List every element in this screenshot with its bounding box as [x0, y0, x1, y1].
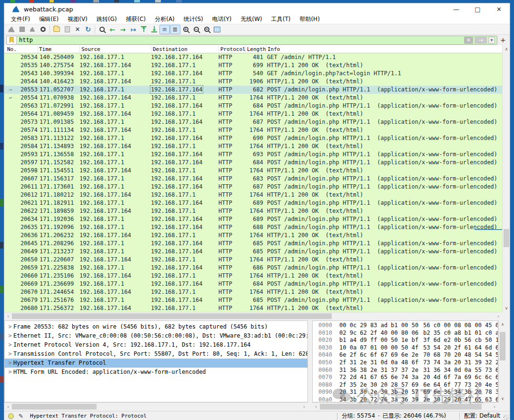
- goto-packet-icon[interactable]: ↦: [128, 25, 138, 34]
- packet-row[interactable]: 20680 171.256372 192.168.177.164 192.168…: [4, 304, 502, 312]
- detail-line[interactable]: > Hypertext Transfer Protocol: [5, 359, 307, 368]
- zoom-in-icon[interactable]: +: [180, 25, 191, 34]
- packet-row[interactable]: 20621 171.182911 192.168.177.1 192.168.1…: [4, 199, 502, 207]
- hex-hscrollbar[interactable]: ‹ ›: [312, 402, 498, 410]
- reload-file-icon[interactable]: ↻: [83, 25, 93, 34]
- packet-row[interactable]: 20649 171.213237 192.168.177.1 192.168.1…: [4, 248, 502, 256]
- packet-row[interactable]: 20584 171.134893 192.168.177.164 192.168…: [4, 142, 502, 150]
- menu-item[interactable]: 分析(A): [155, 15, 175, 23]
- expand-chevron-icon[interactable]: >: [7, 359, 13, 368]
- scrollbar-thumb[interactable]: [500, 332, 505, 360]
- details-hscrollbar[interactable]: ‹ ›: [4, 402, 308, 410]
- menu-item[interactable]: 编辑(E): [39, 15, 59, 23]
- detail-line[interactable]: > Internet Protocol Version 4, Src: 192.…: [5, 340, 307, 350]
- packet-row[interactable]: → 20553 171.052707 192.168.177.1 192.168…: [4, 86, 502, 94]
- hex-row[interactable]: 0080 2f 35 2e 30 20 28 57 69 6e 64 6f 77…: [313, 381, 498, 389]
- packet-row[interactable]: 20634 171.192036 192.168.177.1 192.168.1…: [4, 215, 502, 223]
- hex-row[interactable]: 0060 31 36 38 2e 31 37 37 2e 31 36 34 0d…: [313, 367, 498, 374]
- previous-packet-icon[interactable]: ←: [107, 25, 118, 34]
- hex-row[interactable]: 0000 00 0c 29 83 ad b1 00 50 56 c0 00 08…: [313, 322, 498, 330]
- packet-row[interactable]: 20573 171.091385 192.168.177.1 192.168.1…: [4, 118, 502, 126]
- expand-chevron-icon[interactable]: >: [7, 350, 13, 359]
- column-header-info[interactable]: Info: [267, 46, 280, 52]
- menu-item[interactable]: 文件(F): [11, 15, 30, 23]
- scrollbar-thumb[interactable]: [12, 404, 97, 410]
- open-file-icon[interactable]: [51, 25, 62, 34]
- hex-row[interactable]: 0010 02 9c 62 2f 40 00 80 06 b2 35 c0 a8…: [313, 330, 498, 337]
- packet-row[interactable]: 20611 171.173601 192.168.177.1 192.168.1…: [4, 183, 502, 191]
- display-filter-input[interactable]: http ✕ → ▾: [6, 36, 497, 45]
- packet-row[interactable]: 20564 171.089459 192.168.177.164 192.168…: [4, 110, 502, 118]
- expand-chevron-icon[interactable]: >: [7, 322, 13, 331]
- menu-item[interactable]: 无线(W): [240, 15, 262, 23]
- packet-row[interactable]: 20645 171.208296 192.168.177.1 192.168.1…: [4, 240, 502, 248]
- filter-add-button[interactable]: +: [500, 36, 506, 44]
- menu-item[interactable]: 跳转(G): [97, 15, 117, 23]
- minimize-button[interactable]: —: [445, 3, 467, 15]
- column-header-time[interactable]: Time: [39, 46, 52, 52]
- hex-row[interactable]: 00a0 34 3b 20 72 76 3a 36 39 2e 30 29 20…: [313, 396, 498, 402]
- hex-row[interactable]: 0050 2f 31 2e 31 0d 0a 48 6f 73 74 3a 20…: [313, 359, 498, 367]
- scrollbar-thumb[interactable]: [12, 313, 332, 319]
- find-packet-icon[interactable]: [97, 25, 107, 34]
- packet-row[interactable]: 20670 171.244654 192.168.177.164 192.168…: [4, 288, 502, 296]
- menu-item[interactable]: 捕获(C): [126, 15, 146, 23]
- packet-list-hscrollbar[interactable]: ‹ ›: [4, 312, 502, 320]
- column-header-no[interactable]: No.: [7, 46, 17, 52]
- filter-apply-icon[interactable]: →: [474, 37, 487, 44]
- packet-row[interactable]: 20544 140.416423 192.168.177.164 192.168…: [4, 78, 502, 86]
- menu-item[interactable]: 电话(Y): [212, 15, 232, 23]
- zoom-out-icon[interactable]: −: [191, 25, 201, 34]
- scrollbar-thumb[interactable]: [320, 404, 482, 410]
- expand-chevron-icon[interactable]: >: [7, 368, 13, 377]
- packet-row[interactable]: 20574 171.111134 192.168.177.164 192.168…: [4, 126, 502, 134]
- detail-line[interactable]: > Ethernet II, Src: VMware_c0:00:08 (00:…: [5, 331, 307, 340]
- status-profile[interactable]: 配置: Default: [464, 412, 500, 420]
- packet-row[interactable]: 20598 171.154551 192.168.177.164 192.168…: [4, 167, 502, 175]
- packet-row[interactable]: ↩ 20554 171.070938 192.168.177.164 192.1…: [4, 94, 502, 102]
- restart-capture-icon[interactable]: [27, 25, 38, 34]
- hex-vscrollbar[interactable]: ∧ ∨: [498, 320, 506, 402]
- hex-row[interactable]: 0090 20 31 30 2e 30 3b 20 57 69 6e 36 34…: [313, 389, 498, 396]
- packet-row[interactable]: 20669 171.236699 192.168.177.1 192.168.1…: [4, 280, 502, 288]
- zoom-reset-icon[interactable]: =: [201, 25, 212, 34]
- expand-chevron-icon[interactable]: >: [7, 340, 13, 350]
- packet-row[interactable]: 20534 140.250409 192.168.177.1 192.168.1…: [4, 53, 502, 61]
- close-button[interactable]: ✕: [488, 3, 510, 15]
- menu-item[interactable]: 工具(T): [271, 15, 291, 23]
- packet-row[interactable]: 20636 171.206232 192.168.177.164 192.168…: [4, 231, 502, 240]
- edit-comment-icon[interactable]: ✎: [19, 413, 23, 420]
- start-capture-icon[interactable]: [6, 25, 17, 34]
- menu-item[interactable]: 视图(V): [68, 15, 88, 23]
- packet-row[interactable]: 20679 171.251676 192.168.177.1 192.168.1…: [4, 296, 502, 304]
- stop-capture-icon[interactable]: [17, 25, 27, 34]
- last-packet-icon[interactable]: ↓: [149, 25, 159, 34]
- detail-line[interactable]: > Transmission Control Protocol, Src Por…: [5, 350, 307, 359]
- packet-row[interactable]: 20660 171.235106 192.168.177.164 192.168…: [4, 272, 502, 280]
- detail-line[interactable]: > Frame 20553: 682 bytes on wire (5456 b…: [5, 322, 307, 331]
- first-packet-icon[interactable]: ↑: [138, 25, 149, 34]
- colorize-icon[interactable]: ≣: [170, 25, 180, 34]
- resize-grip[interactable]: [503, 415, 509, 420]
- expand-chevron-icon[interactable]: >: [7, 331, 13, 340]
- next-packet-icon[interactable]: →: [118, 25, 128, 34]
- packet-row[interactable]: 20583 171.113122 192.168.177.1 192.168.1…: [4, 134, 502, 142]
- save-file-icon[interactable]: [62, 25, 72, 34]
- column-header-source[interactable]: Source: [81, 46, 100, 52]
- menu-item[interactable]: 统计(S): [184, 15, 203, 23]
- packet-row[interactable]: 20593 171.136558 192.168.177.1 192.168.1…: [4, 150, 502, 159]
- resize-columns-icon[interactable]: [212, 25, 222, 34]
- packet-row[interactable]: 20563 171.072991 192.168.177.1 192.168.1…: [4, 102, 502, 110]
- hex-row[interactable]: 0070 72 2d 41 67 65 6e 74 3a 20 4d 6f 7a…: [313, 374, 498, 381]
- detail-line[interactable]: > HTML Form URL Encoded: application/x-w…: [5, 368, 307, 377]
- column-header-length[interactable]: Length: [247, 46, 266, 52]
- filter-dropdown-icon[interactable]: ▾: [488, 37, 495, 44]
- column-header-destination[interactable]: Destination: [153, 46, 188, 52]
- column-header-protocol[interactable]: Protocol: [220, 46, 246, 52]
- maximize-button[interactable]: □: [467, 3, 488, 15]
- capture-options-icon[interactable]: [38, 25, 48, 34]
- packet-row[interactable]: 20650 171.220607 192.168.177.164 192.168…: [4, 256, 502, 264]
- close-file-icon[interactable]: ✕: [72, 25, 83, 34]
- expert-info-icon[interactable]: [8, 413, 14, 419]
- filter-clear-icon[interactable]: ✕: [464, 37, 473, 44]
